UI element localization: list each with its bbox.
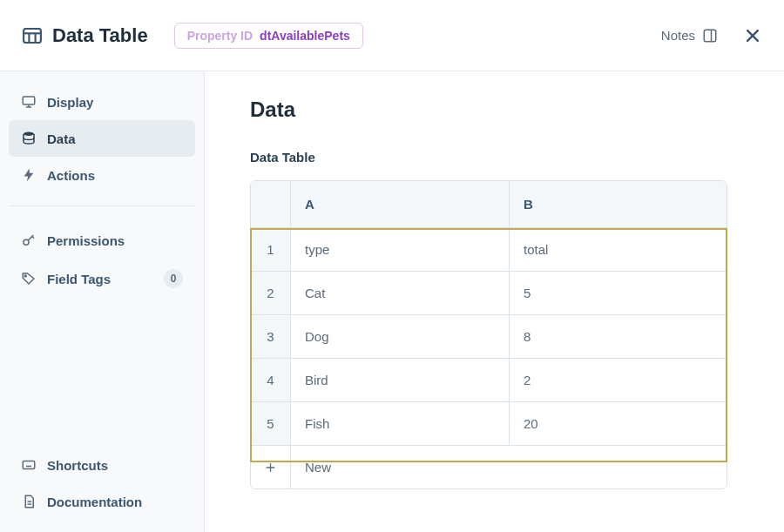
sidebar-item-label: Permissions: [47, 233, 125, 248]
add-row[interactable]: New: [251, 446, 727, 488]
table-row[interactable]: 1 type total: [251, 228, 727, 272]
data-table[interactable]: A B 1 type total 2 Cat 5 3 Dog 8: [250, 180, 727, 489]
table-header-row: A B: [251, 181, 727, 228]
row-number[interactable]: 3: [251, 315, 291, 359]
main-panel: Data Data Table A B 1 type total 2 Cat 5: [205, 71, 784, 532]
header-left: Data Table Property ID dtAvailablePets: [23, 23, 363, 49]
sidebar-item-documentation[interactable]: Documentation: [9, 483, 195, 520]
row-number[interactable]: 5: [251, 402, 291, 446]
close-icon[interactable]: [744, 27, 761, 44]
sidebar-item-label: Actions: [47, 168, 95, 183]
cell[interactable]: Cat: [291, 272, 510, 315]
sidebar: Display Data Actions: [0, 71, 205, 532]
svg-rect-8: [23, 97, 35, 104]
corner-cell: [251, 181, 291, 228]
sidebar-item-label: Field Tags: [47, 272, 111, 286]
panel-right-icon: [702, 28, 718, 44]
cell[interactable]: 20: [510, 402, 727, 446]
cell[interactable]: type: [291, 228, 510, 272]
table-row[interactable]: 2 Cat 5: [251, 272, 727, 315]
sidebar-item-label: Data: [47, 131, 76, 146]
svg-point-11: [24, 132, 34, 137]
sidebar-item-label: Shortcuts: [47, 458, 108, 473]
property-id-value: dtAvailablePets: [260, 29, 350, 43]
sidebar-item-permissions[interactable]: Permissions: [9, 222, 195, 259]
cell[interactable]: Fish: [291, 402, 510, 446]
key-icon: [21, 232, 37, 248]
main-title: Data: [250, 98, 739, 122]
document-icon: [21, 494, 37, 509]
cell[interactable]: Dog: [291, 315, 510, 359]
sidebar-item-label: Display: [47, 95, 93, 110]
body: Display Data Actions: [0, 71, 784, 532]
column-header-b[interactable]: B: [510, 181, 727, 228]
property-id-label: Property ID: [187, 29, 253, 43]
table-icon: [23, 28, 42, 44]
svg-rect-0: [24, 28, 41, 42]
svg-point-12: [24, 239, 29, 245]
sidebar-footer: Shortcuts Documentation: [9, 438, 195, 520]
cell[interactable]: 5: [510, 272, 727, 315]
table-row[interactable]: 5 Fish 20: [251, 402, 727, 446]
add-row-label[interactable]: New: [291, 446, 727, 488]
sidebar-item-display[interactable]: Display: [9, 84, 195, 120]
sidebar-item-shortcuts[interactable]: Shortcuts: [9, 447, 195, 483]
cell[interactable]: 2: [510, 359, 727, 402]
table-row[interactable]: 4 Bird 2: [251, 359, 727, 402]
sidebar-group-main: Display Data Actions: [9, 84, 195, 206]
cell[interactable]: Bird: [291, 359, 510, 402]
header-bar: Data Table Property ID dtAvailablePets N…: [0, 0, 784, 71]
plus-icon: [265, 461, 276, 475]
column-header-a[interactable]: A: [291, 181, 510, 228]
section-label: Data Table: [250, 150, 739, 165]
header-right: Notes: [661, 27, 761, 44]
page-title: Data Table: [52, 24, 148, 47]
sidebar-item-actions[interactable]: Actions: [9, 157, 195, 193]
property-id-badge[interactable]: Property ID dtAvailablePets: [174, 23, 363, 49]
svg-rect-4: [704, 30, 716, 42]
sidebar-group-meta: Permissions Field Tags 0: [9, 206, 195, 299]
sidebar-item-label: Documentation: [47, 495, 142, 509]
svg-point-13: [24, 275, 26, 277]
cell[interactable]: 8: [510, 315, 727, 359]
row-number[interactable]: 1: [251, 228, 291, 272]
keyboard-icon: [21, 457, 37, 473]
cell[interactable]: total: [510, 228, 727, 272]
tag-icon: [21, 271, 37, 286]
add-row-icon-cell[interactable]: [251, 446, 291, 488]
row-number[interactable]: 2: [251, 272, 291, 315]
notes-button[interactable]: Notes: [661, 28, 718, 44]
bolt-icon: [21, 167, 37, 183]
svg-rect-14: [23, 461, 35, 469]
sidebar-item-field-tags[interactable]: Field Tags 0: [9, 259, 195, 299]
sidebar-item-data[interactable]: Data: [9, 120, 195, 157]
table-row[interactable]: 3 Dog 8: [251, 315, 727, 359]
database-icon: [21, 131, 37, 146]
monitor-icon: [21, 94, 37, 110]
notes-label: Notes: [661, 28, 695, 43]
data-table-wrap: A B 1 type total 2 Cat 5 3 Dog 8: [250, 180, 739, 489]
row-number[interactable]: 4: [251, 359, 291, 402]
field-tags-count-badge: 0: [164, 269, 183, 288]
